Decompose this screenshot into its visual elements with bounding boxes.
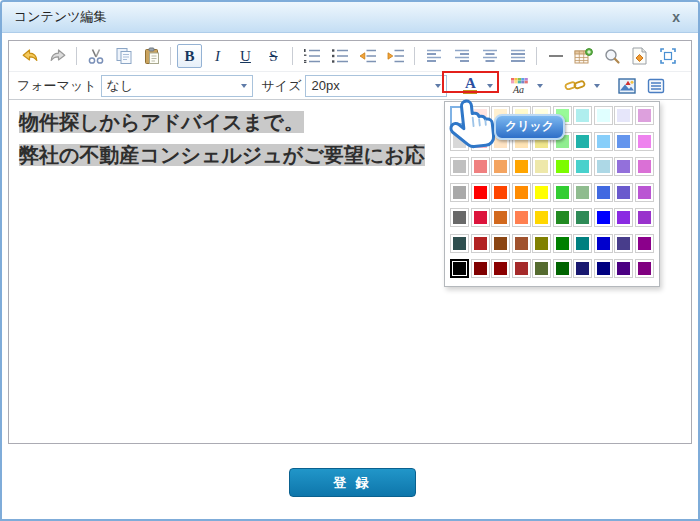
color-swatch[interactable] (553, 208, 572, 227)
color-swatch[interactable] (553, 234, 572, 253)
strikethrough-button[interactable]: S (261, 44, 286, 68)
color-swatch[interactable] (573, 157, 592, 176)
color-swatch[interactable] (532, 259, 551, 278)
color-swatch[interactable] (594, 106, 613, 125)
color-swatch[interactable] (573, 259, 592, 278)
color-swatch[interactable] (532, 157, 551, 176)
color-swatch[interactable] (573, 183, 592, 202)
color-swatch[interactable] (532, 234, 551, 253)
maximize-button[interactable] (655, 44, 680, 68)
color-swatch[interactable] (594, 157, 613, 176)
color-swatch[interactable] (573, 106, 592, 125)
color-swatch[interactable] (635, 106, 654, 125)
color-swatch[interactable] (635, 208, 654, 227)
color-swatch[interactable] (471, 157, 490, 176)
color-swatch[interactable] (512, 208, 531, 227)
italic-icon: I (215, 49, 220, 64)
submit-button[interactable]: 登 録 (289, 468, 416, 497)
indent-icon (387, 48, 405, 64)
font-color-dropdown-button[interactable] (487, 84, 493, 88)
color-swatch[interactable] (553, 157, 572, 176)
copy-button[interactable] (111, 44, 136, 68)
unordered-list-button[interactable] (327, 44, 352, 68)
color-swatch[interactable] (594, 208, 613, 227)
source-button[interactable] (627, 44, 652, 68)
format-select[interactable]: なし (101, 75, 253, 97)
underline-button[interactable]: U (233, 44, 258, 68)
redo-button[interactable] (45, 44, 70, 68)
undo-button[interactable] (17, 44, 42, 68)
color-swatch[interactable] (512, 259, 531, 278)
color-swatch[interactable] (491, 234, 510, 253)
align-left-button[interactable] (421, 44, 446, 68)
size-select[interactable]: 20px (305, 75, 447, 97)
color-swatch[interactable] (450, 183, 469, 202)
bold-button[interactable]: B (177, 44, 202, 68)
highlight-color-button[interactable]: Aa (506, 77, 532, 95)
color-swatch[interactable] (635, 259, 654, 278)
italic-button[interactable]: I (205, 44, 230, 68)
color-swatch[interactable] (512, 157, 531, 176)
color-swatch[interactable] (471, 234, 490, 253)
justify-button[interactable] (505, 44, 530, 68)
color-swatch[interactable] (573, 208, 592, 227)
color-swatch[interactable] (614, 132, 633, 151)
color-swatch[interactable] (491, 208, 510, 227)
color-swatch[interactable] (491, 259, 510, 278)
color-swatch[interactable] (532, 183, 551, 202)
size-value: 20px (311, 78, 432, 93)
color-swatch[interactable] (471, 208, 490, 227)
ordered-list-button[interactable] (299, 44, 324, 68)
align-right-button[interactable] (449, 44, 474, 68)
color-swatch[interactable] (450, 157, 469, 176)
color-swatch[interactable] (450, 234, 469, 253)
color-swatch[interactable] (614, 259, 633, 278)
color-swatch[interactable] (450, 208, 469, 227)
color-swatch[interactable] (635, 132, 654, 151)
color-swatch[interactable] (635, 183, 654, 202)
align-center-button[interactable] (477, 44, 502, 68)
toolbar-row-1: B I U S (9, 41, 691, 72)
color-swatch[interactable] (512, 183, 531, 202)
color-swatch[interactable] (491, 183, 510, 202)
indent-button[interactable] (383, 44, 408, 68)
color-swatch[interactable] (512, 234, 531, 253)
cut-button[interactable] (83, 44, 108, 68)
highlight-color-dropdown-button[interactable] (537, 84, 543, 88)
horizontal-rule-icon (548, 49, 564, 63)
font-color-button[interactable]: A (460, 77, 480, 94)
color-swatch[interactable] (614, 157, 633, 176)
color-swatch[interactable] (614, 234, 633, 253)
toolbar-separator (292, 47, 293, 65)
color-swatch[interactable] (573, 234, 592, 253)
color-swatch[interactable] (471, 183, 490, 202)
dialog-title: コンテンツ編集 (14, 8, 107, 26)
color-swatch[interactable] (471, 259, 490, 278)
color-swatch[interactable] (573, 132, 592, 151)
close-button[interactable]: x (666, 8, 686, 26)
color-swatch[interactable] (635, 234, 654, 253)
color-swatch[interactable] (553, 259, 572, 278)
outdent-button[interactable] (355, 44, 380, 68)
color-swatch[interactable] (635, 157, 654, 176)
insert-image-button[interactable] (614, 74, 639, 98)
insert-table-button[interactable] (571, 44, 596, 68)
color-swatch[interactable] (594, 234, 613, 253)
color-swatch[interactable] (491, 157, 510, 176)
color-swatch[interactable] (594, 132, 613, 151)
paste-button[interactable] (139, 44, 164, 68)
color-swatch[interactable] (594, 259, 613, 278)
link-dropdown-button[interactable] (594, 84, 600, 88)
link-button[interactable] (561, 78, 589, 93)
color-swatch[interactable] (614, 208, 633, 227)
color-swatch[interactable] (614, 106, 633, 125)
color-swatch[interactable] (450, 259, 469, 278)
search-button[interactable] (599, 44, 624, 68)
layout-box-button[interactable] (643, 74, 668, 98)
color-swatch[interactable] (532, 208, 551, 227)
color-swatch[interactable] (614, 183, 633, 202)
color-swatch[interactable] (553, 183, 572, 202)
size-label: サイズ (262, 77, 302, 95)
horizontal-rule-button[interactable] (543, 44, 568, 68)
color-swatch[interactable] (594, 183, 613, 202)
